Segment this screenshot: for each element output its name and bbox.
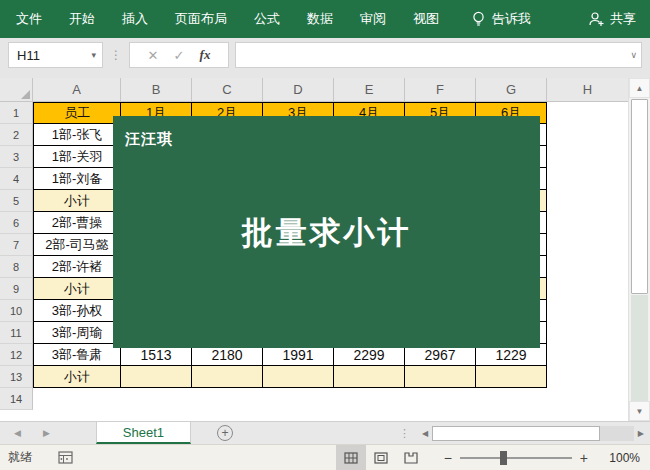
row-header-4[interactable]: 4 [0,168,33,190]
vertical-scrollbar-track[interactable] [631,295,648,401]
row-header-2[interactable]: 2 [0,124,33,146]
cell-A11[interactable]: 3部-周瑜 [33,322,121,344]
cell-A8[interactable]: 2部-许褚 [33,256,121,278]
cell-G14[interactable] [476,388,547,410]
cell-E14[interactable] [334,388,405,410]
row-header-1[interactable]: 1 [0,102,33,124]
cell-A2[interactable]: 1部-张飞 [33,124,121,146]
cell-C13[interactable] [192,366,263,388]
zoom-slider-thumb[interactable] [500,451,507,465]
cell-H4[interactable] [547,168,628,190]
menu-page-layout[interactable]: 页面布局 [175,10,227,28]
add-sheet-button[interactable]: + [217,422,233,444]
row-header-5[interactable]: 5 [0,190,33,212]
share-button[interactable]: 共享 [588,10,636,28]
cell-A6[interactable]: 2部-曹操 [33,212,121,234]
cell-A9[interactable]: 小计 [33,278,121,300]
enter-button[interactable]: ✓ [166,48,192,63]
cell-H3[interactable] [547,146,628,168]
cell-B13[interactable] [121,366,192,388]
cell-H13[interactable] [547,366,628,388]
column-header-E[interactable]: E [334,78,405,101]
row-header-12[interactable]: 12 [0,344,33,366]
cell-D14[interactable] [263,388,334,410]
cell-A4[interactable]: 1部-刘备 [33,168,121,190]
cell-H14[interactable] [547,388,628,410]
cell-A10[interactable]: 3部-孙权 [33,300,121,322]
cell-H11[interactable] [547,322,628,344]
cell-H12[interactable] [547,344,628,366]
insert-function-button[interactable]: fx [192,47,218,63]
row-header-7[interactable]: 7 [0,234,33,256]
name-box-dropdown-icon[interactable]: ▾ [91,50,102,60]
row-header-10[interactable]: 10 [0,300,33,322]
cancel-button[interactable]: ✕ [140,48,166,63]
vertical-scrollbar[interactable]: ▲ ▼ [628,78,650,421]
tab-sheet1[interactable]: Sheet1 [96,422,191,444]
column-header-F[interactable]: F [405,78,476,101]
cell-A1[interactable]: 员工 [33,102,121,124]
row-header-3[interactable]: 3 [0,146,33,168]
menu-home[interactable]: 开始 [69,10,95,28]
column-header-B[interactable]: B [121,78,192,101]
cell-H8[interactable] [547,256,628,278]
scroll-right-icon[interactable]: ▶ [634,429,648,438]
horizontal-scrollbar[interactable]: ◀ ▶ [418,422,650,444]
cell-A3[interactable]: 1部-关羽 [33,146,121,168]
cell-C14[interactable] [192,388,263,410]
column-header-G[interactable]: G [476,78,547,101]
cell-E13[interactable] [334,366,405,388]
cell-F13[interactable] [405,366,476,388]
macro-record-icon[interactable] [58,451,73,464]
normal-view-button[interactable] [336,445,366,470]
cell-H9[interactable] [547,278,628,300]
column-header-A[interactable]: A [33,78,121,101]
zoom-in-button[interactable]: + [572,450,596,466]
zoom-level[interactable]: 100% [596,451,640,465]
scroll-up-icon[interactable]: ▲ [629,78,650,98]
page-break-view-button[interactable] [396,445,426,470]
scroll-left-icon[interactable]: ◀ [418,429,432,438]
sheet-prev-icon[interactable]: ◀ [14,428,21,438]
column-header-C[interactable]: C [192,78,263,101]
vertical-scrollbar-thumb[interactable] [631,99,648,294]
scroll-down-icon[interactable]: ▼ [629,401,650,421]
formula-expand-icon[interactable]: ∨ [630,50,637,60]
cell-A7[interactable]: 2部-司马懿 [33,234,121,256]
menu-data[interactable]: 数据 [307,10,333,28]
cell-A13[interactable]: 小计 [33,366,121,388]
cell-D13[interactable] [263,366,334,388]
menu-formulas[interactable]: 公式 [254,10,280,28]
page-layout-view-button[interactable] [366,445,396,470]
column-header-D[interactable]: D [263,78,334,101]
name-box[interactable]: H11 ▾ [8,42,103,68]
cell-A12[interactable]: 3部-鲁肃 [33,344,121,366]
cell-H1[interactable] [547,102,628,124]
row-header-8[interactable]: 8 [0,256,33,278]
row-header-13[interactable]: 13 [0,366,33,388]
cell-A5[interactable]: 小计 [33,190,121,212]
column-header-H[interactable]: H [547,78,628,101]
zoom-slider-track[interactable] [460,457,572,459]
menu-view[interactable]: 视图 [413,10,439,28]
sheet-next-icon[interactable]: ▶ [43,428,50,438]
horizontal-scrollbar-thumb[interactable] [432,426,600,441]
menu-file[interactable]: 文件 [16,10,42,28]
cell-H5[interactable] [547,190,628,212]
row-header-14[interactable]: 14 [0,388,33,410]
cell-B14[interactable] [121,388,192,410]
horizontal-scrollbar-track[interactable] [600,426,634,441]
row-header-9[interactable]: 9 [0,278,33,300]
menu-insert[interactable]: 插入 [122,10,148,28]
cell-H10[interactable] [547,300,628,322]
row-header-6[interactable]: 6 [0,212,33,234]
cell-G13[interactable] [476,366,547,388]
zoom-out-button[interactable]: − [436,450,460,466]
cell-H6[interactable] [547,212,628,234]
row-header-11[interactable]: 11 [0,322,33,344]
formula-input[interactable]: ∨ [235,42,642,68]
cell-H2[interactable] [547,124,628,146]
select-all-corner[interactable] [0,78,33,101]
cell-F14[interactable] [405,388,476,410]
tell-me-button[interactable]: 告诉我 [472,10,531,28]
